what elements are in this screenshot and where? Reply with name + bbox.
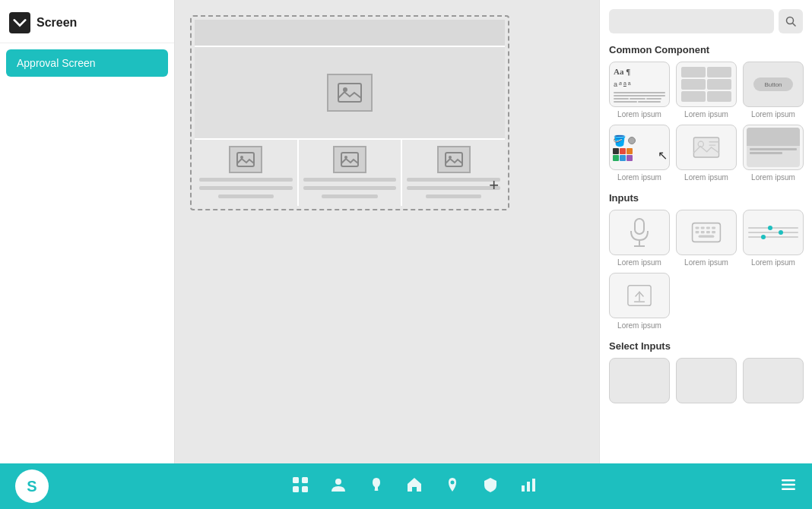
component-label-button: Lorem ipsum: [751, 110, 795, 119]
upload-icon: [626, 282, 653, 309]
search-input[interactable]: [609, 9, 774, 33]
inputs-grid: Lorem ipsum: [609, 210, 803, 330]
component-thumb-select-1[interactable]: [609, 358, 670, 403]
nav-icon-shield[interactable]: [482, 476, 499, 497]
upload-preview: [610, 273, 669, 318]
search-bar: [609, 9, 803, 33]
component-thumb-upload[interactable]: [609, 273, 670, 318]
svg-rect-18: [706, 226, 710, 229]
canvas-col-3: [402, 140, 505, 206]
component-thumb-select-2[interactable]: [676, 358, 737, 403]
component-card-upload: Lorem ipsum: [609, 273, 670, 330]
col-line-8: [407, 186, 500, 190]
component-thumb-sliders[interactable]: [743, 210, 804, 255]
component-thumb-image[interactable]: [676, 125, 737, 170]
sidebar: Screen Approval Screen: [0, 0, 175, 463]
dashboard-icon: [292, 476, 309, 493]
mic-icon: [628, 217, 651, 248]
sidebar-logo: [9, 12, 30, 33]
hero-image-placeholder: [327, 74, 373, 112]
nav-icon-location[interactable]: [444, 476, 461, 497]
nav-avatar[interactable]: S: [15, 469, 49, 503]
col-line-9: [426, 194, 482, 198]
card-preview: [747, 128, 800, 167]
col-image-3: [437, 146, 471, 173]
col-line-7: [407, 178, 500, 182]
nav-menu-button[interactable]: [780, 476, 797, 497]
component-thumb-grid[interactable]: [676, 62, 737, 107]
component-thumb-palette[interactable]: 🪣: [609, 125, 670, 170]
main-canvas: +: [175, 0, 599, 463]
lightbulb-icon: [368, 476, 385, 493]
slider-row: [748, 236, 798, 238]
component-label-card: Lorem ipsum: [751, 173, 795, 182]
section-title-common: Common Component: [609, 44, 803, 55]
svg-point-1: [343, 87, 347, 92]
nav-icon-chart[interactable]: [520, 476, 537, 497]
location-icon: [444, 476, 461, 493]
col-image-1: [229, 146, 262, 173]
svg-rect-35: [522, 485, 525, 492]
component-thumb-text-styles[interactable]: Aa ¶ a a a a: [609, 62, 670, 107]
canvas-columns: [195, 140, 505, 206]
canvas-col-1: [195, 140, 297, 206]
col-line-3: [218, 194, 274, 198]
component-thumb-button[interactable]: Button: [743, 62, 804, 107]
svg-rect-33: [375, 489, 379, 491]
keyboard-icon: [691, 221, 722, 244]
right-panel: Common Component Aa ¶ a a a a: [599, 0, 812, 463]
slider-dot: [768, 226, 772, 230]
sliders-preview: [744, 223, 803, 242]
bottom-nav: S: [0, 463, 812, 509]
svg-rect-0: [338, 84, 361, 102]
svg-rect-22: [706, 231, 710, 233]
component-card-mic: Lorem ipsum: [609, 210, 670, 267]
component-card-select-3: [743, 358, 804, 403]
search-button[interactable]: [779, 9, 803, 33]
svg-rect-21: [701, 231, 705, 233]
grid-cell: [681, 79, 706, 90]
svg-rect-28: [293, 477, 299, 483]
add-section-button[interactable]: +: [489, 175, 499, 195]
image-icon: [693, 134, 720, 161]
image-icon: [341, 152, 359, 167]
nav-icon-home[interactable]: [406, 476, 423, 497]
col-line-5: [303, 186, 397, 190]
svg-rect-37: [532, 479, 535, 492]
svg-rect-2: [237, 153, 254, 166]
chevron-down-icon: [13, 16, 27, 30]
common-component-grid: Aa ¶ a a a a: [609, 62, 803, 182]
component-card-sliders: Lorem ipsum: [743, 210, 804, 267]
component-thumb-keyboard[interactable]: [676, 210, 737, 255]
user-icon: [330, 476, 347, 493]
component-thumb-mic[interactable]: [609, 210, 670, 255]
palette-preview: 🪣: [610, 131, 669, 164]
slider-row: [748, 232, 798, 233]
image-preview: [677, 125, 736, 169]
slider-dot: [761, 235, 766, 239]
svg-rect-31: [302, 486, 308, 492]
slider-track: [748, 236, 798, 238]
slider-row: [748, 227, 798, 229]
canvas-frame: +: [190, 15, 509, 210]
svg-rect-24: [699, 236, 715, 238]
component-label-image: Lorem ipsum: [684, 173, 728, 182]
svg-rect-16: [696, 226, 699, 229]
slider-track: [748, 227, 798, 229]
nav-icon-lightbulb[interactable]: [368, 476, 385, 497]
nav-icon-dashboard[interactable]: [292, 476, 309, 497]
component-label-text-styles: Lorem ipsum: [617, 110, 661, 119]
button-preview: Button: [753, 77, 793, 91]
component-card-palette: 🪣: [609, 125, 670, 182]
component-thumb-card[interactable]: [743, 125, 804, 170]
nav-icon-user[interactable]: [330, 476, 347, 497]
svg-point-34: [451, 480, 455, 484]
nav-icons: [49, 476, 780, 497]
sidebar-item-approval[interactable]: Approval Screen: [6, 49, 168, 77]
component-thumb-select-3[interactable]: [743, 358, 804, 403]
component-label-keyboard: Lorem ipsum: [684, 258, 728, 267]
component-label-palette: Lorem ipsum: [617, 173, 661, 182]
svg-rect-39: [782, 483, 795, 485]
home-icon: [406, 476, 423, 493]
component-card-card: Lorem ipsum: [743, 125, 804, 182]
